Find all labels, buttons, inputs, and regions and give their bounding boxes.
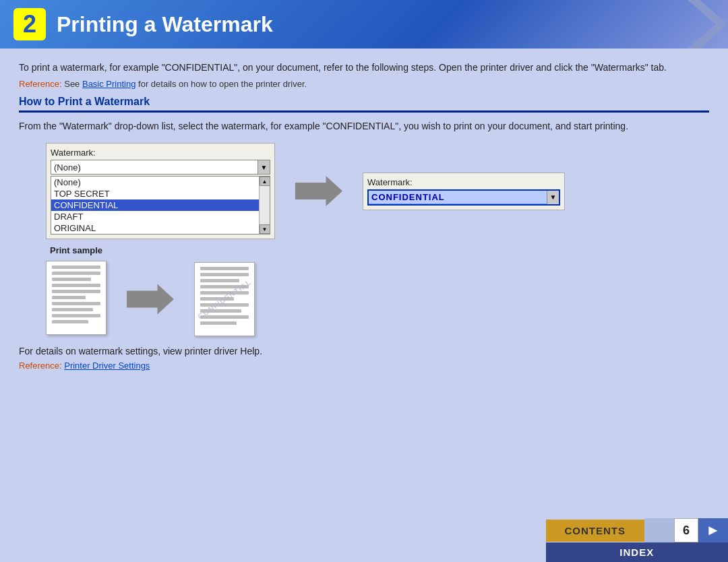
wm-doc-line-6 (200, 297, 234, 301)
watermark-dropdown-btn-right[interactable]: ▼ (547, 191, 559, 204)
watermark-select-bar-right[interactable]: CONFIDENTIAL ▼ (367, 189, 560, 206)
watermark-label-left: Watermark: (51, 148, 270, 158)
wm-doc-line-1 (200, 267, 249, 270)
print-sample-section: Print sample (46, 243, 709, 336)
section-body: From the "Watermark" drop-down list, sel… (19, 119, 709, 133)
doc-line-5 (52, 290, 100, 293)
prev-arrow-icon: ◄ (652, 522, 667, 539)
basic-printing-link[interactable]: Basic Printing (82, 79, 135, 89)
index-button[interactable]: INDEX (546, 542, 729, 562)
watermark-scrollbar[interactable]: ▲ ▼ (259, 177, 270, 234)
wm-doc-line-7 (200, 303, 249, 307)
doc-line-9 (52, 314, 100, 317)
reference-line-1: Reference: See Basic Printing for detail… (19, 79, 709, 89)
header-decoration (688, 0, 728, 49)
watermark-widget-left: Watermark: (None) ▼ (None) TOP SECRET CO… (46, 143, 275, 239)
wm-doc-line-8 (200, 309, 241, 313)
footer-text: For details on watermark settings, view … (19, 346, 709, 356)
list-item-original[interactable]: ORIGINAL (51, 222, 259, 234)
doc-line-3 (52, 278, 91, 281)
printer-driver-settings-link[interactable]: Printer Driver Settings (64, 361, 150, 371)
doc-line-10 (52, 320, 88, 323)
doc-line-4 (52, 284, 100, 287)
doc-line-7 (52, 302, 100, 305)
watermark-list-left[interactable]: (None) TOP SECRET CONFIDENTIAL DRAFT ORI… (51, 176, 270, 235)
scrollbar-up-btn[interactable]: ▲ (260, 177, 270, 186)
list-item-confidential[interactable]: CONFIDENTIAL (51, 199, 259, 211)
next-arrow-icon: ► (706, 522, 721, 539)
watermark-select-bar-left[interactable]: (None) ▼ (51, 160, 270, 175)
watermark-list-items: (None) TOP SECRET CONFIDENTIAL DRAFT ORI… (51, 177, 259, 234)
page-header: 2 Printing a Watermark (0, 0, 728, 49)
doc-line-2 (52, 272, 100, 275)
print-sample-label: Print sample (50, 245, 102, 255)
list-item-topsecret[interactable]: TOP SECRET (51, 188, 259, 199)
wm-doc-line-3 (200, 279, 239, 282)
list-item-draft[interactable]: DRAFT (51, 211, 259, 222)
watermark-dropdown-btn-left[interactable]: ▼ (257, 160, 270, 174)
nav-contents-row: CONTENTS ◄ 6 ► (546, 518, 729, 542)
footer-area: For details on watermark settings, view … (0, 346, 728, 371)
nav-index-row: INDEX (546, 542, 729, 562)
wm-doc-line-9 (200, 315, 249, 319)
page-number: 6 (674, 518, 698, 542)
watermark-label-right: Watermark: (367, 177, 560, 187)
arrow-right-2 (127, 282, 174, 316)
reference-suffix-1: for details on how to open the printer d… (138, 79, 307, 89)
chapter-number: 2 (13, 8, 46, 40)
watermark-widget-right: Watermark: CONFIDENTIAL ▼ (363, 173, 565, 210)
list-item-none[interactable]: (None) (51, 177, 259, 188)
scrollbar-down-btn[interactable]: ▼ (260, 224, 270, 234)
footer-reference-line: Reference: Printer Driver Settings (19, 361, 709, 371)
prev-page-button[interactable]: ◄ (644, 518, 674, 542)
wm-doc-line-2 (200, 273, 249, 276)
reference-see-text: See (64, 79, 82, 89)
main-content: To print a watermark, for example "CONFI… (0, 49, 728, 336)
print-sample-col: Print sample (46, 245, 107, 335)
watermark-select-value-right: CONFIDENTIAL (369, 191, 547, 204)
intro-paragraph: To print a watermark, for example "CONFI… (19, 61, 709, 75)
doc-thumbnail-plain (46, 261, 107, 335)
reference-label-1: Reference: (19, 79, 62, 89)
arrow-right-1 (295, 175, 342, 208)
doc-line-6 (52, 296, 86, 299)
doc-line-8 (52, 308, 93, 311)
scrollbar-track (260, 186, 270, 224)
footer-reference-label: Reference: (19, 361, 62, 371)
wm-doc-line-5 (200, 291, 249, 294)
watermark-select-value-left: (None) (51, 161, 257, 174)
doc-line-1 (52, 266, 100, 269)
next-page-button[interactable]: ► (698, 518, 728, 542)
doc-thumbnail-watermarked: CONFIDENTIAL (194, 262, 255, 336)
diagram-area: Watermark: (None) ▼ (None) TOP SECRET CO… (46, 143, 709, 239)
section-heading-text: How to Print a Watermark (19, 96, 150, 107)
section-heading: How to Print a Watermark (19, 96, 709, 113)
page-title: Printing a Watermark (57, 12, 273, 37)
contents-button[interactable]: CONTENTS (546, 520, 645, 542)
wm-doc-line-10 (200, 321, 237, 325)
wm-doc-line-4 (200, 285, 249, 288)
navigation-bar: CONTENTS ◄ 6 ► INDEX (546, 518, 729, 562)
